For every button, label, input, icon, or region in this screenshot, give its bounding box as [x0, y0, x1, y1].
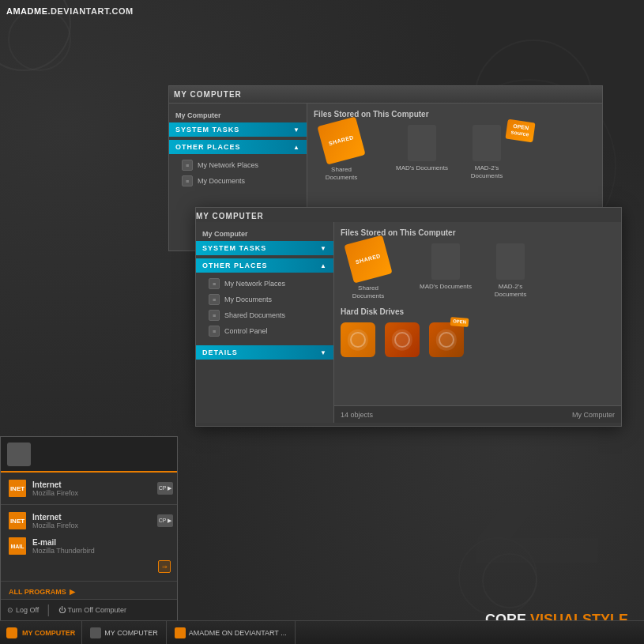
- turnoff-btn[interactable]: ⏻ Turn Off Computer: [58, 603, 127, 617]
- cp-button[interactable]: CP ▶: [157, 482, 173, 495]
- internet2-text: Internet Mozilla Firefox: [32, 513, 78, 529]
- internet-title: Internet: [32, 480, 78, 489]
- taskbar-item-mycomputer[interactable]: MY COMPUTER: [82, 621, 166, 644]
- w2-shared-badge: SHARED: [344, 235, 392, 283]
- hdd-drive-d[interactable]: [385, 322, 420, 357]
- file-item-mad[interactable]: MAD's Documents: [394, 125, 450, 181]
- w2-mad2-label: MAD-2'sDocuments: [495, 283, 526, 298]
- start-menu: INET Internet Mozilla Firefox CP ▶ INET …: [0, 436, 178, 620]
- window2-right-panel: Files Stored on This Computer SHARED Sha…: [334, 222, 621, 423]
- turnoff-icon: ⏻: [58, 606, 66, 614]
- all-programs-label: ALL PROGRAMS: [9, 588, 66, 596]
- logoff-label: Log Off: [16, 606, 39, 614]
- files-title: Files Stored on This Computer: [314, 110, 596, 119]
- nav-item-network[interactable]: ≡ My Network Places: [169, 157, 307, 173]
- mad2-label: MAD-2'sDocuments: [471, 164, 503, 179]
- swirl-deco: [8, 8, 71, 71]
- shared-label: SharedDocuments: [326, 166, 357, 181]
- start-divider-2: [1, 581, 177, 582]
- mycomputer-icon: [90, 627, 101, 638]
- w2-mad-folder: [431, 243, 460, 280]
- docs-icon: ≡: [182, 175, 193, 186]
- w2-system-tasks-arrow: ▼: [320, 245, 327, 252]
- w2-mad2-folder: [496, 243, 525, 280]
- all-programs-btn[interactable]: ALL PROGRAMS ▶: [1, 585, 177, 599]
- w2-other-places-header[interactable]: OTHER PLACES ▲: [196, 258, 333, 273]
- window1-titlebar: MY COMPUTER: [169, 86, 602, 104]
- all-programs-arrow: ▶: [70, 588, 75, 596]
- internet-text: Internet Mozilla Firefox: [32, 480, 78, 497]
- quick-arrow[interactable]: ⇒: [158, 560, 171, 573]
- hdd-section: Hard Disk Drives OPEN: [341, 307, 615, 357]
- w2-nav-shared[interactable]: ≡ Shared Documents: [196, 307, 333, 323]
- hdd-title: Hard Disk Drives: [341, 307, 615, 316]
- hdd-d-inner: [394, 332, 410, 348]
- w2-details-label: DETAILS: [202, 348, 238, 356]
- system-tasks-label: SYSTEM TASKS: [175, 126, 239, 134]
- deviantart-icon: [175, 627, 186, 638]
- cp-button2[interactable]: CP ▶: [157, 514, 173, 527]
- w2-file-mad[interactable]: MAD's Documents: [418, 243, 473, 299]
- w2-shared-label: SharedDocuments: [352, 284, 384, 299]
- taskbar-item-deviantart-label: AMADME ON DEVIANTART ...: [189, 629, 287, 637]
- w2-nav-network[interactable]: ≡ My Network Places: [196, 276, 333, 292]
- start-item-internet2[interactable]: INET Internet Mozilla Firefox CP ▶: [1, 508, 177, 533]
- w2-other-places-arrow: ▲: [320, 262, 327, 269]
- inet-icon: INET: [9, 480, 26, 497]
- hdd-badge: OPEN: [450, 317, 469, 327]
- nav-item-docs[interactable]: ≡ My Documents: [169, 173, 307, 189]
- nav-label-network: My Network Places: [198, 161, 258, 169]
- footer-sep: |: [47, 603, 50, 617]
- taskbar-item-deviantart[interactable]: AMADME ON DEVIANTART ...: [167, 621, 296, 644]
- w2-cp-icon: ≡: [209, 326, 220, 337]
- start-divider-1: [1, 504, 177, 505]
- system-tasks-section: SYSTEM TASKS ▼: [169, 122, 307, 137]
- taskbar-items: MY COMPUTER AMADME ON DEVIANTART ...: [82, 621, 644, 644]
- w2-other-places-label: OTHER PLACES: [202, 262, 268, 269]
- other-places-section: OTHER PLACES ▲ ≡ My Network Places ≡ My …: [169, 140, 307, 192]
- other-places-label: OTHER PLACES: [175, 143, 241, 151]
- status-objects: 14 objects: [341, 411, 373, 419]
- w2-docs-icon: ≡: [209, 294, 220, 305]
- quick-arrow-row: ⇒: [1, 559, 177, 574]
- shared-badge: SHARED: [317, 116, 365, 164]
- open-source-badge: OPENsource: [505, 119, 535, 142]
- mad2-folder-icon: [473, 125, 501, 161]
- internet2-title: Internet: [32, 513, 78, 522]
- status-bar: 14 objects My Computer: [334, 405, 621, 423]
- w2-details-header[interactable]: DETAILS ▼: [196, 345, 333, 360]
- file-item-shared[interactable]: SHARED SharedDocuments: [314, 125, 369, 181]
- internet-subtitle: Mozilla Firefox: [32, 489, 78, 497]
- w2-file-shared[interactable]: SHARED SharedDocuments: [341, 243, 396, 299]
- hdd-c-inner: [350, 332, 366, 348]
- w2-nav-docs[interactable]: ≡ My Documents: [196, 292, 333, 307]
- w2-file-mad2[interactable]: MAD-2'sDocuments: [483, 243, 538, 299]
- taskbar-start[interactable]: MY COMPUTER: [0, 621, 82, 644]
- status-computer: My Computer: [572, 411, 615, 419]
- start-menu-items: INET Internet Mozilla Firefox CP ▶ INET …: [1, 473, 177, 578]
- other-places-arrow: ▲: [293, 144, 300, 151]
- start-item-email[interactable]: MAIL E-mail Mozilla Thunderbird: [1, 533, 177, 559]
- turnoff-label: Turn Off Computer: [68, 606, 127, 614]
- w2-details-arrow: ▼: [320, 349, 327, 356]
- watermark: AMADME.DEVIANTART.COM: [6, 6, 134, 16]
- hdd-drive-c[interactable]: [341, 322, 375, 357]
- w2-nav-cp[interactable]: ≡ Control Panel: [196, 323, 333, 339]
- taskbar: MY COMPUTER MY COMPUTER AMADME ON DEVIAN…: [0, 620, 644, 644]
- file-item-mad2[interactable]: OPENsource MAD-2'sDocuments: [459, 125, 514, 181]
- logoff-btn[interactable]: ⊙ Log Off: [7, 603, 39, 617]
- start-label: MY COMPUTER: [22, 629, 75, 637]
- w2-system-tasks-header[interactable]: SYSTEM TASKS ▼: [196, 241, 333, 255]
- w2-system-tasks-label: SYSTEM TASKS: [202, 244, 266, 252]
- start-item-internet[interactable]: INET Internet Mozilla Firefox CP ▶: [1, 476, 177, 501]
- window1-title: MY COMPUTER: [174, 90, 242, 99]
- w2-network-icon: ≡: [209, 278, 220, 289]
- system-tasks-header[interactable]: SYSTEM TASKS ▼: [169, 122, 307, 137]
- inet-icon2: INET: [9, 512, 26, 529]
- w2-mad-label: MAD's Documents: [420, 283, 472, 291]
- hdd-drive-e[interactable]: OPEN: [429, 322, 464, 357]
- window2-breadcrumb: My Computer: [196, 227, 333, 241]
- taskbar-item-mycomputer-label: MY COMPUTER: [104, 629, 157, 637]
- other-places-header[interactable]: OTHER PLACES ▲: [169, 140, 307, 154]
- user-avatar: [7, 443, 31, 466]
